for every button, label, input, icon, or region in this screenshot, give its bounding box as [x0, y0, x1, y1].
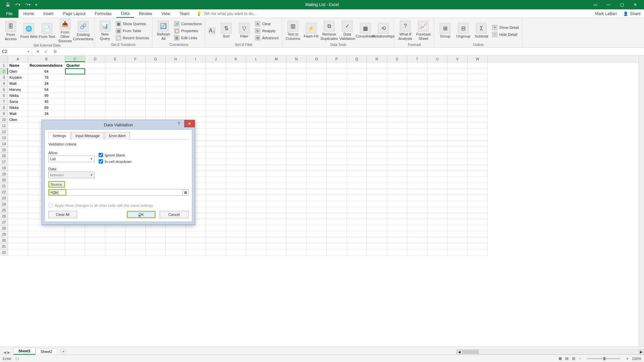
cell[interactable] — [468, 135, 488, 141]
whatif-button[interactable]: ?What-If Analysis — [396, 21, 414, 41]
cell[interactable] — [226, 86, 246, 93]
cell[interactable] — [105, 68, 125, 74]
cell[interactable] — [226, 231, 246, 237]
cell[interactable]: 54 — [28, 86, 65, 93]
cell[interactable] — [347, 195, 367, 201]
cell[interactable] — [427, 213, 447, 219]
cell[interactable] — [427, 147, 447, 153]
cell[interactable] — [146, 80, 166, 86]
cell[interactable] — [347, 68, 367, 74]
cell[interactable] — [85, 99, 105, 105]
col-header[interactable]: I — [186, 56, 206, 62]
cell[interactable] — [206, 177, 226, 183]
cell[interactable] — [447, 147, 468, 153]
cell[interactable] — [367, 74, 387, 80]
cell[interactable] — [347, 237, 367, 243]
cell[interactable] — [407, 80, 427, 86]
cell[interactable] — [206, 201, 226, 207]
cell[interactable] — [327, 231, 347, 237]
cell[interactable] — [146, 105, 166, 111]
cell[interactable] — [166, 74, 186, 80]
cell[interactable] — [407, 86, 427, 93]
cell[interactable] — [8, 219, 28, 225]
cell[interactable] — [327, 135, 347, 141]
col-header[interactable]: U — [427, 56, 447, 62]
cell[interactable] — [146, 237, 166, 243]
cell[interactable] — [246, 201, 266, 207]
cell[interactable] — [206, 171, 226, 177]
cell[interactable] — [327, 153, 347, 159]
cell[interactable] — [327, 68, 347, 74]
cell[interactable]: 34 — [28, 80, 65, 86]
cell[interactable] — [367, 147, 387, 153]
cell[interactable] — [266, 207, 286, 213]
cell[interactable] — [65, 105, 85, 111]
cell[interactable] — [266, 171, 286, 177]
row-header[interactable]: 30 — [0, 237, 8, 243]
sheet-tab-1[interactable]: Sheet1 — [13, 348, 36, 355]
cell[interactable] — [468, 231, 488, 237]
cell[interactable] — [327, 189, 347, 195]
cell[interactable] — [447, 201, 468, 207]
cell[interactable] — [186, 237, 206, 243]
cell[interactable] — [307, 141, 327, 147]
cell[interactable] — [387, 231, 407, 237]
cell[interactable] — [125, 225, 146, 231]
cell[interactable] — [226, 225, 246, 231]
cell[interactable] — [387, 159, 407, 165]
cell[interactable] — [125, 86, 146, 93]
cell[interactable] — [427, 177, 447, 183]
cell[interactable] — [286, 219, 307, 225]
cell[interactable] — [8, 207, 28, 213]
cell[interactable] — [427, 183, 447, 189]
cell[interactable] — [8, 249, 28, 255]
row-header[interactable]: 12 — [0, 129, 8, 135]
cell[interactable] — [266, 231, 286, 237]
cell[interactable] — [307, 93, 327, 99]
cell[interactable] — [206, 123, 226, 129]
cell[interactable] — [367, 123, 387, 129]
cell[interactable] — [65, 111, 85, 117]
cell[interactable] — [468, 86, 488, 93]
cell[interactable] — [407, 147, 427, 153]
row-header[interactable]: 18 — [0, 165, 8, 171]
cell[interactable] — [166, 111, 186, 117]
cell[interactable] — [468, 147, 488, 153]
cell[interactable] — [447, 237, 468, 243]
cell[interactable] — [468, 225, 488, 231]
cell[interactable] — [286, 159, 307, 165]
cell[interactable] — [407, 129, 427, 135]
cell[interactable] — [307, 80, 327, 86]
cell[interactable] — [347, 231, 367, 237]
cell[interactable] — [407, 249, 427, 255]
cell[interactable] — [8, 159, 28, 165]
cell[interactable] — [266, 74, 286, 80]
cell[interactable] — [447, 80, 468, 86]
cell[interactable]: Quarter — [65, 62, 85, 68]
cell[interactable] — [387, 249, 407, 255]
cell[interactable] — [407, 105, 427, 111]
cell[interactable] — [307, 86, 327, 93]
scroll-right-icon[interactable]: ▶ — [638, 350, 644, 354]
cell[interactable] — [206, 243, 226, 249]
cell[interactable] — [85, 225, 105, 231]
enter-formula-icon[interactable]: ✓ — [44, 49, 48, 54]
relationships-button[interactable]: ⟲Relationships — [375, 23, 392, 39]
new-sheet-button[interactable]: + — [60, 348, 67, 355]
name-box[interactable]: C2 ▼ — [0, 48, 32, 55]
cell[interactable] — [347, 219, 367, 225]
row-header[interactable]: 20 — [0, 177, 8, 183]
col-header[interactable]: A — [8, 56, 28, 62]
cell[interactable] — [206, 147, 226, 153]
col-header[interactable]: V — [447, 56, 468, 62]
cell[interactable] — [286, 74, 307, 80]
cell[interactable] — [347, 105, 367, 111]
cell[interactable] — [246, 93, 266, 99]
cell[interactable] — [367, 249, 387, 255]
cell[interactable] — [427, 99, 447, 105]
vertical-scrollbar[interactable] — [639, 56, 644, 347]
cell[interactable] — [266, 249, 286, 255]
cell[interactable] — [347, 129, 367, 135]
sheet-nav-next-icon[interactable]: ▶ — [7, 350, 10, 355]
qat-customize-icon[interactable]: ▾ — [35, 2, 37, 7]
